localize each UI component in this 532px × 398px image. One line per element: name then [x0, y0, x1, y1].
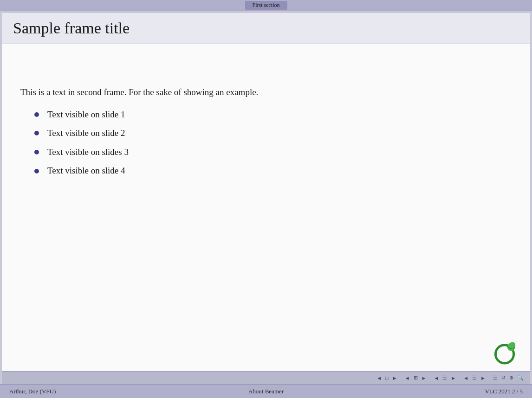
nav-right-arrow[interactable]: ► — [391, 375, 398, 381]
nav-spacer2 — [429, 378, 431, 379]
slide-content: This is a text in second frame. For the … — [2, 44, 530, 329]
list-item: Text visible on slides 3 — [34, 146, 512, 159]
slide-body-text: This is a text in second frame. For the … — [20, 86, 512, 99]
nav-grid[interactable]: ⊞ — [413, 374, 419, 381]
nav-right-arrow-4[interactable]: ► — [480, 375, 487, 381]
nav-left-arrow-4[interactable]: ◄ — [462, 375, 469, 381]
slide-title: Sample frame title — [13, 19, 519, 37]
footer-bar: Arthur, Doe (VFU) About Beamer VLC 2021 … — [0, 384, 532, 398]
nav-search-icon[interactable]: 🔍 — [516, 374, 525, 381]
slide-title-area: Sample frame title — [2, 13, 530, 44]
nav-lines2[interactable]: ☰ — [471, 374, 478, 381]
slide-container: Sample frame title This is a text in sec… — [2, 13, 530, 371]
nav-lines[interactable]: ☰ — [441, 374, 448, 381]
overture-logo — [488, 334, 521, 366]
nav-right-arrow-2[interactable]: ► — [421, 375, 428, 381]
section-label: First section — [245, 1, 287, 10]
nav-spacer4 — [488, 378, 490, 379]
nav-right-arrow-3[interactable]: ► — [450, 375, 457, 381]
logo-area — [2, 329, 530, 371]
bullet-text-4: Text visible on slide 4 — [47, 165, 125, 177]
bullet-text-1: Text visible on slide 1 — [47, 109, 125, 121]
nav-refresh-icon[interactable]: ↺ — [500, 374, 506, 381]
bullet-dot-3 — [34, 150, 39, 154]
bullet-dot-2 — [34, 131, 39, 135]
nav-zoom-icon[interactable]: ⊕ — [508, 374, 514, 381]
footer-page: VLC 2021 2 / 5 — [485, 388, 523, 395]
bullet-dot-1 — [34, 112, 39, 117]
nav-left-arrow-3[interactable]: ◄ — [433, 375, 440, 381]
list-item: Text visible on slide 4 — [34, 165, 512, 177]
list-item: Text visible on slide 2 — [34, 127, 512, 140]
bullet-list: Text visible on slide 1 Text visible on … — [34, 109, 512, 184]
nav-left-arrow-2[interactable]: ◄ — [404, 375, 411, 381]
top-section-bar: First section — [0, 0, 532, 11]
list-item: Text visible on slide 1 — [34, 109, 512, 121]
footer-title: About Beamer — [248, 388, 284, 395]
bullet-text-3: Text visible on slides 3 — [47, 146, 129, 159]
nav-spacer — [400, 378, 402, 379]
nav-menu-icon[interactable]: ☰ — [492, 374, 499, 381]
footer-author: Arthur, Doe (VFU) — [9, 388, 56, 395]
bullet-dot-4 — [34, 169, 39, 173]
nav-spacer3 — [459, 378, 461, 379]
bullet-text-2: Text visible on slide 2 — [47, 127, 125, 140]
nav-left-arrow[interactable]: ◄ — [376, 375, 383, 381]
nav-square[interactable]: □ — [384, 375, 389, 381]
nav-controls-bar: ◄ □ ► ◄ ⊞ ► ◄ ☰ ► ◄ ☰ ► ☰ ↺ ⊕ 🔍 — [2, 371, 530, 384]
